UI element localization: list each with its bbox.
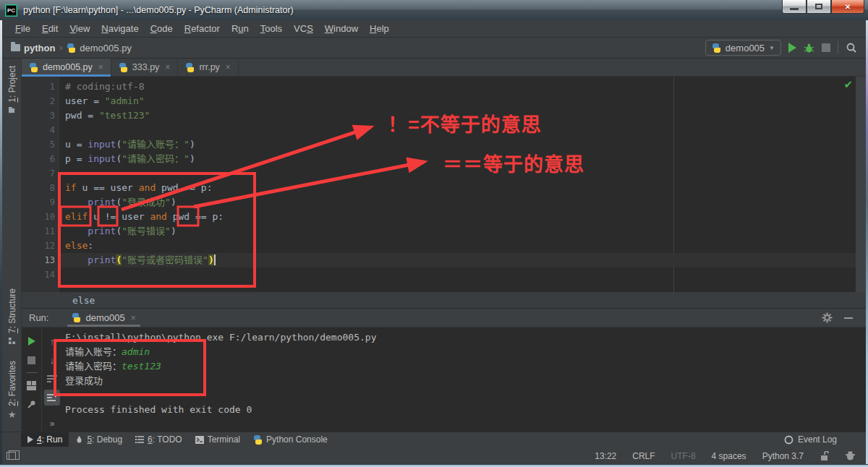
hector-icon[interactable] [845, 451, 856, 461]
sidebar-item-favorites[interactable]: 2: Favorites ★ [2, 361, 22, 420]
minimize-panel-icon[interactable] [844, 317, 853, 319]
code-line: 4 [22, 123, 856, 137]
gear-icon[interactable] [822, 312, 833, 323]
close-icon[interactable]: × [131, 313, 136, 323]
soft-wrap-icon[interactable] [42, 369, 62, 388]
editor-tab-bar: demo005.py×333.py×rrr.py× [22, 59, 866, 77]
toolbar-separator [838, 41, 838, 54]
toolwindow-button-todo[interactable]: 6: TODO [129, 432, 189, 447]
debug-button[interactable] [804, 43, 814, 53]
python-icon [29, 63, 38, 72]
minimize-button[interactable] [782, 0, 807, 14]
more-icon[interactable]: » [50, 419, 55, 429]
structure-icon [9, 338, 15, 344]
console-line: F:\install\python\python.exe F:/learn/py… [65, 330, 866, 345]
toolwindow-button-python[interactable]: Python Console [247, 432, 334, 447]
pin-icon[interactable] [22, 395, 41, 414]
breadcrumb-file[interactable]: demo005.py [67, 43, 132, 53]
run-icon [27, 436, 33, 443]
code-line: 11 print("账号错误") [22, 224, 856, 239]
line-number: 6 [22, 152, 59, 166]
line-number: 3 [22, 108, 59, 123]
scroll-to-end-icon[interactable] [44, 390, 60, 406]
run-configuration-name: demo005 [726, 43, 765, 53]
menu-item[interactable]: Code [145, 23, 179, 34]
star-icon: ★ [8, 409, 17, 420]
line-number: 5 [22, 137, 59, 152]
status-interpreter[interactable]: Python 3.7 [762, 451, 804, 461]
editor-tab[interactable]: demo005.py× [22, 59, 111, 76]
editor-tab[interactable]: 333.py× [111, 59, 179, 76]
close-icon[interactable]: × [226, 62, 231, 72]
down-arrow-icon[interactable]: ↓ [42, 351, 62, 369]
code-line: 1# coding:utf-8 [22, 80, 856, 94]
code-line: 3pwd = "test123" [22, 108, 856, 123]
menu-item[interactable]: File [9, 23, 36, 34]
line-number: 10 [22, 210, 59, 224]
run-toolbar [22, 327, 42, 432]
code-line: 2user = "admin" [22, 94, 856, 108]
menu-item[interactable]: Navigate [95, 23, 144, 34]
event-log-button[interactable]: Event Log [784, 434, 866, 445]
line-number: 4 [22, 123, 59, 137]
run-console[interactable]: F:\install\python\python.exe F:/learn/py… [62, 327, 866, 432]
left-tool-stripe: 1: Project 7: Structure 2: Favorites ★ [2, 59, 22, 432]
menu-item[interactable]: View [64, 23, 95, 34]
breadcrumb-project[interactable]: python [11, 43, 55, 53]
window-frame [0, 20, 2, 467]
menu-item[interactable]: Tools [255, 23, 288, 34]
close-icon[interactable]: × [165, 62, 170, 72]
restore-layout-button[interactable] [22, 376, 41, 395]
code-line: 9 print("登录成功") [22, 195, 856, 210]
run-panel: ↑ ↓ » F:\install\python\python.exe F:/le… [22, 327, 866, 432]
breadcrumb-separator: › [59, 43, 62, 53]
menu-item[interactable]: VCS [288, 23, 319, 34]
line-number: 1 [22, 80, 59, 94]
status-time: 13:22 [595, 451, 616, 461]
menu-item[interactable]: Edit [36, 23, 64, 34]
console-toolbar: ↑ ↓ » [42, 327, 62, 432]
run-panel-header: Run: demo005 × [22, 309, 866, 327]
run-button[interactable] [788, 43, 796, 53]
toolwindow-button-terminal[interactable]: Terminal [189, 432, 247, 447]
search-icon[interactable] [846, 42, 857, 53]
menu-item[interactable]: Run [226, 23, 255, 34]
python-icon [72, 313, 81, 322]
console-line [65, 388, 866, 403]
title-bar[interactable]: PC python [F:\learn\python] - ...\demo00… [0, 0, 868, 20]
unlock-icon[interactable] [820, 451, 829, 461]
editor-scrollbar[interactable] [856, 77, 866, 292]
status-line-ending[interactable]: CRLF [632, 451, 655, 461]
toolwindow-button-bug[interactable]: 5: Debug [69, 432, 129, 447]
toggle-toolwindows-icon[interactable] [7, 452, 16, 460]
editor-tab[interactable]: rrr.py× [178, 59, 239, 76]
sidebar-item-structure[interactable]: 7: Structure [2, 288, 22, 348]
rerun-button[interactable] [22, 332, 41, 351]
code-line: 6p = input("请输入密码：") [22, 152, 856, 166]
menu-item[interactable]: Window [319, 23, 364, 34]
status-indent[interactable]: 4 spaces [712, 451, 746, 461]
navigation-bar: python › demo005.py demo005 ▼ [2, 38, 866, 59]
line-number: 13 [22, 253, 59, 267]
toolwindow-button-play[interactable]: 4: Run [21, 432, 69, 447]
run-configuration-select[interactable]: demo005 ▼ [705, 40, 781, 56]
menu-item[interactable]: Help [364, 23, 395, 34]
terminal-icon [195, 436, 204, 444]
maximize-button[interactable] [807, 0, 831, 14]
code-lines: 1# coding:utf-82user = "admin"3pwd = "te… [22, 80, 856, 282]
stop-button[interactable] [22, 351, 41, 369]
pycharm-logo-icon: PC [5, 4, 17, 17]
code-line: 12else: [22, 239, 856, 253]
python-file-icon [67, 43, 76, 53]
up-arrow-icon[interactable]: ↑ [42, 332, 62, 351]
close-button[interactable]: ✕ [831, 0, 864, 14]
status-encoding[interactable]: UTF-8 [671, 451, 696, 461]
console-line: 请输入账号：admin [65, 345, 866, 359]
debug-icon [75, 436, 83, 444]
close-icon[interactable]: × [98, 62, 103, 72]
sidebar-item-project[interactable]: 1: Project [2, 66, 22, 118]
code-editor[interactable]: ✔ 1# coding:utf-82user = "admin"3pwd = "… [22, 77, 866, 292]
run-tab[interactable]: demo005 × [69, 309, 138, 327]
stop-button[interactable] [822, 43, 830, 52]
menu-item[interactable]: Refactor [179, 23, 226, 34]
